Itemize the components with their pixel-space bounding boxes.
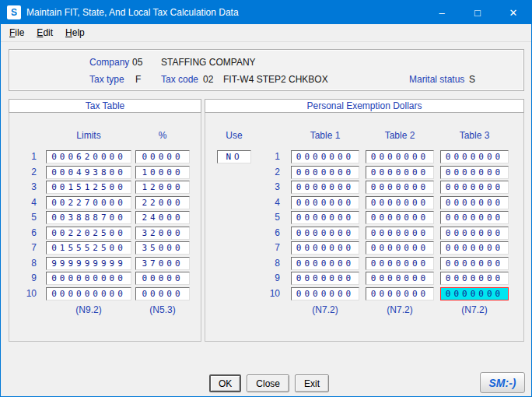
exemption-table2-field-7[interactable]: 0000000 <box>366 241 434 255</box>
use-field[interactable]: NO <box>217 150 251 163</box>
exemption-table1-field-5[interactable]: 0000000 <box>291 211 359 224</box>
table3-column-header: Table 3 <box>440 130 509 141</box>
exemption-table2-field-4[interactable]: 0000000 <box>366 196 434 209</box>
row-number: 6 <box>16 227 37 238</box>
button-row: OKCloseExit <box>209 374 329 392</box>
percent-column-header: % <box>135 130 190 141</box>
tax-percent-field-4[interactable]: 22000 <box>135 196 190 209</box>
tax-limit-field-9[interactable]: 000000000 <box>46 272 131 285</box>
limits-format-label: (N9.2) <box>46 304 131 315</box>
row-number: 9 <box>16 272 37 283</box>
tax-limit-field-6[interactable]: 002202500 <box>46 227 131 240</box>
exemption-table1-field-8[interactable]: 0000000 <box>291 257 359 270</box>
personal-exemption-panel: Personal Exemption Dollars Use NO Table … <box>205 99 524 342</box>
row-number: 4 <box>257 197 280 208</box>
menubar: FileEditHelp <box>1 24 531 42</box>
exemption-table1-field-2[interactable]: 0000000 <box>291 166 359 179</box>
use-label: Use <box>217 130 251 141</box>
exemption-table3-field-8[interactable]: 0000000 <box>440 257 509 270</box>
exemption-table1-field-3[interactable]: 0000000 <box>291 181 359 194</box>
exemption-table2-field-3[interactable]: 0000000 <box>366 181 434 194</box>
tax-percent-field-5[interactable]: 24000 <box>135 211 190 224</box>
titlebar[interactable]: S Maintain FIT, State, And Local Tax Cal… <box>1 1 531 24</box>
menu-file[interactable]: File <box>3 25 30 40</box>
exemption-table3-field-2[interactable]: 0000000 <box>440 166 509 179</box>
exemption-table3-field-5[interactable]: 0000000 <box>440 211 509 224</box>
exemption-table3-field-9[interactable]: 0000000 <box>440 272 509 285</box>
exemption-table3-field-10[interactable]: 0000000 <box>440 287 509 300</box>
tax-percent-field-9[interactable]: 00000 <box>135 272 190 285</box>
row-number: 9 <box>257 272 280 283</box>
row-number: 3 <box>16 181 37 192</box>
tax-limit-field-7[interactable]: 015552500 <box>46 241 131 255</box>
row-number: 2 <box>257 167 280 177</box>
row-number: 10 <box>257 288 280 299</box>
table3-format-label: (N7.2) <box>440 304 509 315</box>
exemption-table2-field-2[interactable]: 0000000 <box>366 166 434 179</box>
tax-limit-field-1[interactable]: 000620000 <box>46 150 131 163</box>
ok-button[interactable]: OK <box>209 374 241 392</box>
company-label: Company <box>89 57 129 68</box>
exemption-table2-field-6[interactable]: 0000000 <box>366 227 434 240</box>
header-panel: Company 05 STAFFING COMPANY Tax type F T… <box>9 49 524 91</box>
close-button[interactable]: ✕ <box>495 1 531 24</box>
sm-logo-button[interactable]: SM:-) <box>480 372 525 393</box>
tax-percent-field-3[interactable]: 12000 <box>135 181 190 194</box>
table1-column-header: Table 1 <box>291 130 359 141</box>
exemption-table3-field-1[interactable]: 0000000 <box>440 150 509 163</box>
tax-limit-field-8[interactable]: 999999999 <box>46 257 131 270</box>
exemption-table1-field-1[interactable]: 0000000 <box>291 150 359 163</box>
tax-percent-field-8[interactable]: 37000 <box>135 257 190 270</box>
tax-table-title: Tax Table <box>9 99 201 113</box>
tax-limit-field-5[interactable]: 003888700 <box>46 211 131 224</box>
exemption-table2-field-9[interactable]: 0000000 <box>366 272 434 285</box>
tax-percent-field-6[interactable]: 32000 <box>135 227 190 240</box>
row-number: 1 <box>16 151 37 162</box>
exemption-table2-field-1[interactable]: 0000000 <box>366 150 434 163</box>
table1-format-label: (N7.2) <box>291 304 359 315</box>
maximize-button[interactable]: □ <box>460 1 495 24</box>
tax-percent-field-7[interactable]: 35000 <box>135 241 190 255</box>
row-number: 7 <box>257 242 280 253</box>
minimize-button[interactable]: – <box>424 1 460 24</box>
marital-status-label: Marital status <box>409 74 464 85</box>
exemption-table1-field-9[interactable]: 0000000 <box>291 272 359 285</box>
exemption-table3-field-7[interactable]: 0000000 <box>440 241 509 255</box>
tax-percent-field-2[interactable]: 10000 <box>135 166 190 179</box>
tax-percent-field-1[interactable]: 00000 <box>135 150 190 163</box>
exemption-table2-field-8[interactable]: 0000000 <box>366 257 434 270</box>
tax-percent-field-10[interactable]: 00000 <box>135 287 190 300</box>
table2-format-label: (N7.2) <box>366 304 434 315</box>
row-number: 5 <box>257 212 280 223</box>
menu-edit[interactable]: Edit <box>30 25 59 40</box>
tax-limit-field-2[interactable]: 000493800 <box>46 166 131 179</box>
row-number: 7 <box>16 242 37 253</box>
row-number: 3 <box>257 181 280 192</box>
exemption-table1-field-6[interactable]: 0000000 <box>291 227 359 240</box>
row-number: 2 <box>16 167 37 177</box>
company-name: STAFFING COMPANY <box>161 57 256 68</box>
exemption-table3-field-4[interactable]: 0000000 <box>440 196 509 209</box>
tax-table-panel: Tax Table Limits % (N9.2) (N5.3) 1000620… <box>9 99 201 342</box>
exemption-table2-field-5[interactable]: 0000000 <box>366 211 434 224</box>
window-title: Maintain FIT, State, And Local Tax Calcu… <box>26 7 424 18</box>
table2-column-header: Table 2 <box>366 130 434 141</box>
tax-limit-field-3[interactable]: 001512500 <box>46 181 131 194</box>
tax-code-name: FIT-W4 STEP2 CHKBOX <box>223 74 328 85</box>
tax-limit-field-4[interactable]: 002270000 <box>46 196 131 209</box>
exemption-table3-field-3[interactable]: 0000000 <box>440 181 509 194</box>
exemption-table1-field-10[interactable]: 0000000 <box>291 287 359 300</box>
exemption-table1-field-7[interactable]: 0000000 <box>291 241 359 255</box>
row-number: 5 <box>16 212 37 223</box>
menu-help[interactable]: Help <box>59 25 91 40</box>
close-button[interactable]: Close <box>247 374 289 392</box>
exemption-table3-field-6[interactable]: 0000000 <box>440 227 509 240</box>
exemption-table2-field-10[interactable]: 0000000 <box>366 287 434 300</box>
exit-button[interactable]: Exit <box>295 374 329 392</box>
personal-exemption-title: Personal Exemption Dollars <box>205 99 524 113</box>
row-number: 4 <box>16 197 37 208</box>
tax-limit-field-10[interactable]: 000000000 <box>46 287 131 300</box>
exemption-table1-field-4[interactable]: 0000000 <box>291 196 359 209</box>
tax-code-label: Tax code <box>161 74 198 85</box>
row-number: 10 <box>16 288 37 299</box>
